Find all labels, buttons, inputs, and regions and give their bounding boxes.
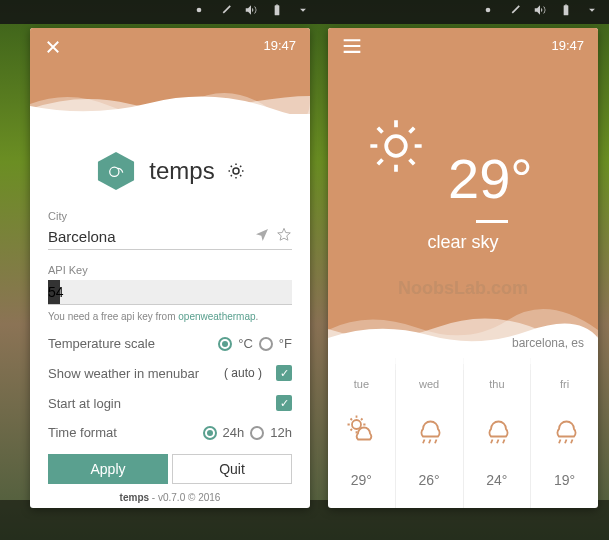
apply-button[interactable]: Apply [48, 454, 168, 484]
radio-12h[interactable] [250, 426, 264, 440]
rain-icon [479, 411, 515, 451]
weather-window: 19:47 29° clear sky NoobsLab.com barcelo… [328, 28, 598, 508]
menubar-checkbox[interactable]: ✓ [276, 365, 292, 381]
temp-scale-label: Temperature scale [48, 336, 155, 351]
volume-icon [533, 3, 547, 21]
app-logo-icon [95, 150, 137, 192]
current-temp: 29° [448, 146, 533, 211]
api-key-input[interactable] [48, 280, 292, 305]
forecast-temp: 24° [486, 472, 507, 488]
forecast-temp: 29° [351, 472, 372, 488]
day-label: wed [419, 378, 439, 390]
startup-label: Start at login [48, 396, 121, 411]
close-button[interactable] [44, 38, 62, 60]
forecast-col[interactable]: thu 24° [463, 358, 531, 508]
timefmt-label: Time format [48, 425, 117, 440]
day-label: tue [354, 378, 369, 390]
radio-24h[interactable] [203, 426, 217, 440]
battery-icon [559, 3, 573, 21]
openweathermap-link[interactable]: openweathermap [178, 311, 255, 322]
svg-marker-2 [98, 152, 134, 190]
city-label: City [48, 210, 292, 222]
brush-icon [507, 3, 521, 21]
forecast-row: tue 29° wed 26° thu 24° fri 19° [328, 358, 598, 508]
api-hint: You need a free api key from openweather… [48, 311, 292, 322]
condition-text: clear sky [328, 232, 598, 253]
volume-icon [244, 3, 258, 21]
clock: 19:47 [263, 38, 296, 53]
menu-button[interactable] [342, 38, 362, 58]
locate-icon[interactable] [254, 227, 270, 247]
system-tray-left [0, 0, 320, 24]
quit-button[interactable]: Quit [172, 454, 292, 484]
svg-point-0 [197, 8, 202, 13]
sun-icon [368, 118, 424, 174]
favorite-icon[interactable] [276, 227, 292, 247]
city-input[interactable] [48, 226, 248, 247]
startup-checkbox[interactable]: ✓ [276, 395, 292, 411]
settings-window: 19:47 temps City API Key You need a free… [30, 28, 310, 508]
forecast-col[interactable]: wed 26° [395, 358, 463, 508]
app-title: temps [149, 157, 214, 185]
system-tray-right [320, 0, 609, 24]
radio-fahrenheit[interactable] [259, 337, 273, 351]
svg-point-5 [386, 136, 406, 156]
brightness-icon [192, 3, 206, 21]
footer-text: temps - v0.7.0 © 2016 [48, 492, 292, 503]
rain-icon [547, 411, 583, 451]
location-text: barcelona, es [512, 336, 584, 350]
day-label: thu [489, 378, 504, 390]
watermark: NoobsLab.com [328, 278, 598, 299]
radio-celsius[interactable] [218, 337, 232, 351]
forecast-temp: 19° [554, 472, 575, 488]
svg-point-1 [486, 8, 491, 13]
sun-icon [227, 162, 245, 180]
menubar-mode-select[interactable]: ( auto ) [224, 366, 262, 380]
forecast-col[interactable]: fri 19° [530, 358, 598, 508]
day-label: fri [560, 378, 569, 390]
divider [476, 220, 508, 223]
battery-icon [270, 3, 284, 21]
partly-cloudy-icon [343, 411, 379, 451]
svg-point-6 [352, 420, 361, 429]
brush-icon [218, 3, 232, 21]
forecast-temp: 26° [419, 472, 440, 488]
brightness-icon [481, 3, 495, 21]
svg-point-4 [233, 168, 239, 174]
api-key-label: API Key [48, 264, 292, 276]
forecast-col[interactable]: tue 29° [328, 358, 395, 508]
rain-icon [411, 411, 447, 451]
chevron-down-icon [296, 3, 310, 21]
chevron-down-icon [585, 3, 599, 21]
clock: 19:47 [551, 38, 584, 53]
menubar-label: Show weather in menubar [48, 366, 199, 381]
